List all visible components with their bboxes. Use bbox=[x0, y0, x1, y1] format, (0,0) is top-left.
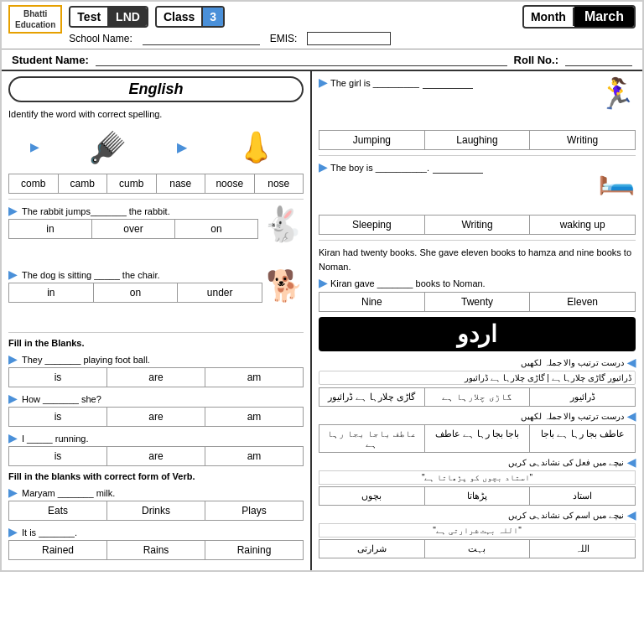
how-opt-is[interactable]: is bbox=[9, 408, 107, 426]
kiran-opt-nine[interactable]: Nine bbox=[319, 293, 425, 311]
header: Bhatti Education Test LND Class 3 Month … bbox=[2, 2, 642, 49]
i-options: is are am bbox=[8, 446, 304, 466]
they-opt-are[interactable]: are bbox=[107, 368, 205, 387]
urdu-q3-opt1[interactable]: استاد bbox=[529, 487, 635, 505]
rabbit-section: 🐇 ▶ The rabbit jumps_______ the rabbit. … bbox=[8, 205, 304, 263]
girl-opt-jumping[interactable]: Jumping bbox=[319, 131, 425, 149]
right-column: 🏃‍♀️ ▶ The girl is _________ Jumping Lau… bbox=[312, 71, 642, 570]
boy-opt-sleeping[interactable]: Sleeping bbox=[319, 216, 425, 234]
urdu-q3-instruction: نیچے میں فعل کی نشاندہی کریں bbox=[508, 458, 624, 467]
dog-section: 🐕 ▶ The dog is sitting _____ the chair. … bbox=[8, 268, 304, 327]
girl-opt-writing[interactable]: Writing bbox=[530, 131, 635, 149]
urdu-q1-opt3[interactable]: گاڑی چلارہا ہے ڈرائیور bbox=[319, 388, 424, 406]
girl-image: 🏃‍♀️ bbox=[598, 76, 636, 112]
dog-opt-on[interactable]: on bbox=[94, 283, 179, 302]
urdu-q1-opt1[interactable]: ڈرائیور bbox=[529, 388, 635, 406]
left-column: English Identify the word with correct s… bbox=[2, 71, 312, 570]
it-opt-rains[interactable]: Rains bbox=[107, 541, 205, 559]
maryam-opt-drinks[interactable]: Drinks bbox=[107, 501, 205, 520]
english-title: English bbox=[8, 76, 304, 102]
girl-sentence: ▶ The girl is _________ bbox=[319, 76, 598, 89]
rabbit-opt-in[interactable]: in bbox=[9, 220, 92, 238]
i-opt-are[interactable]: are bbox=[107, 447, 205, 465]
urdu-q2-opt3[interactable]: عاطف باجا بجا رہا ہے bbox=[319, 425, 424, 452]
how-opt-am[interactable]: am bbox=[205, 408, 303, 426]
class-badge: Class 3 bbox=[155, 6, 225, 28]
maryam-opt-eats[interactable]: Eats bbox=[9, 501, 107, 520]
girl-opt-laughing[interactable]: Laughing bbox=[425, 131, 531, 149]
it-opt-raining[interactable]: Raining bbox=[205, 541, 303, 559]
urdu-q4-opt3[interactable]: شرارتی bbox=[319, 540, 424, 558]
option-nose[interactable]: nose bbox=[255, 174, 304, 193]
q-bullet-1: ▶ bbox=[30, 141, 39, 153]
urdu-q3-options: استاد پڑھاتا بچوں bbox=[319, 486, 636, 506]
badges-row: Test LND Class 3 Month March bbox=[69, 5, 636, 29]
how-opt-are[interactable]: are bbox=[107, 408, 205, 426]
i-opt-is[interactable]: is bbox=[9, 447, 107, 465]
they-opt-am[interactable]: am bbox=[205, 368, 303, 387]
kiran-question-text: Kiran gave _______ books to Noman. bbox=[330, 278, 486, 288]
urdu-q4-sentence: "اللہ بہت شرارتی ہے" bbox=[319, 523, 636, 538]
month-value: March bbox=[574, 7, 634, 27]
dog-opt-in[interactable]: in bbox=[9, 283, 94, 302]
emis-input[interactable] bbox=[307, 32, 391, 45]
school-name-label: School Name: bbox=[69, 33, 132, 44]
student-row: Student Name: Roll No.: bbox=[2, 49, 642, 71]
i-sentence: ▶ I _____ running. bbox=[8, 432, 304, 444]
it-opt-rained[interactable]: Rained bbox=[9, 541, 107, 559]
rabbit-question-text: The rabbit jumps_______ the rabbit. bbox=[22, 206, 170, 216]
urdu-q1-opt2[interactable]: گاڑی چلارہا ہے bbox=[424, 388, 530, 406]
test-value: LND bbox=[109, 8, 147, 26]
urdu-q4-opt1[interactable]: اللہ bbox=[529, 540, 635, 558]
urdu-q3-row: ◀ نیچے میں فعل کی نشاندہی کریں bbox=[319, 456, 636, 469]
nose-image: 👃 bbox=[231, 124, 282, 170]
urdu-q2-row: ◀ درست ترتیب والا جملہ لکھیں bbox=[319, 410, 636, 423]
option-comb[interactable]: comb bbox=[9, 174, 59, 193]
maryam-opt-plays[interactable]: Plays bbox=[205, 501, 303, 520]
maryam-question-text: Maryam _______ milk. bbox=[22, 488, 115, 498]
school-emis-row: School Name: EMIS: bbox=[69, 32, 636, 45]
emis-label: EMIS: bbox=[270, 33, 298, 44]
option-noose[interactable]: noose bbox=[205, 174, 255, 193]
option-nase[interactable]: nase bbox=[157, 174, 206, 193]
kiran-options: Nine Twenty Eleven bbox=[319, 292, 636, 312]
option-camb[interactable]: camb bbox=[59, 174, 108, 193]
urdu-q2-opt1[interactable]: عاطف بجا رہا ہے باجا bbox=[529, 425, 635, 452]
they-opt-is[interactable]: is bbox=[9, 368, 107, 387]
student-name-input[interactable] bbox=[96, 53, 507, 66]
option-cumb[interactable]: cumb bbox=[107, 174, 157, 193]
i-question-text: I _____ running. bbox=[22, 434, 89, 444]
urdu-q4-opt2[interactable]: بہت bbox=[424, 540, 530, 558]
boy-image: 🛏️ bbox=[598, 161, 636, 196]
dog-opt-under[interactable]: under bbox=[178, 283, 262, 302]
maryam-sentence: ▶ Maryam _______ milk. bbox=[8, 486, 304, 499]
kiran-opt-twenty[interactable]: Twenty bbox=[425, 293, 531, 311]
urdu-q2-opt2[interactable]: باجا بجا رہا ہے عاطف bbox=[424, 425, 530, 452]
how-question-text: How _______ she? bbox=[22, 394, 101, 404]
verb-title: Fill in the blanks with correct form of … bbox=[8, 471, 304, 481]
spelling-instruction: Identify the word with correct spelling. bbox=[8, 109, 304, 119]
boy-opt-writing[interactable]: Writing bbox=[425, 216, 531, 234]
urdu-title: اردو bbox=[319, 317, 636, 351]
roll-no-input[interactable] bbox=[565, 53, 632, 66]
dog-question-text: The dog is sitting _____ the chair. bbox=[22, 270, 160, 280]
i-opt-am[interactable]: am bbox=[205, 447, 303, 465]
urdu-q3-opt3[interactable]: بچوں bbox=[319, 487, 424, 505]
urdu-q3-opt2[interactable]: پڑھاتا bbox=[424, 487, 530, 505]
logo: Bhatti Education bbox=[8, 5, 62, 34]
boy-section: 🛏️ ▶ The boy is __________. bbox=[319, 161, 636, 211]
boy-sentence: ▶ The boy is __________. bbox=[319, 161, 598, 174]
it-question-text: It is _______. bbox=[22, 527, 77, 538]
student-name-label: Student Name: bbox=[12, 54, 89, 66]
kiran-opt-eleven[interactable]: Eleven bbox=[530, 293, 635, 311]
rabbit-opt-on[interactable]: on bbox=[175, 220, 257, 238]
class-value: 3 bbox=[203, 8, 223, 26]
urdu-q1-row: ◀ درست ترتیب والا جملہ لکھیں bbox=[319, 356, 636, 369]
rabbit-opt-over[interactable]: over bbox=[92, 220, 175, 238]
dog-sentence: ▶ The dog is sitting _____ the chair. bbox=[8, 268, 262, 281]
boy-opt-waking[interactable]: waking up bbox=[530, 216, 635, 234]
test-badge: Test LND bbox=[69, 6, 148, 28]
school-name-input[interactable] bbox=[143, 32, 260, 45]
fill-blanks-title: Fill in the Blanks. bbox=[8, 338, 304, 348]
girl-options: Jumping Laughing Writing bbox=[319, 130, 636, 150]
